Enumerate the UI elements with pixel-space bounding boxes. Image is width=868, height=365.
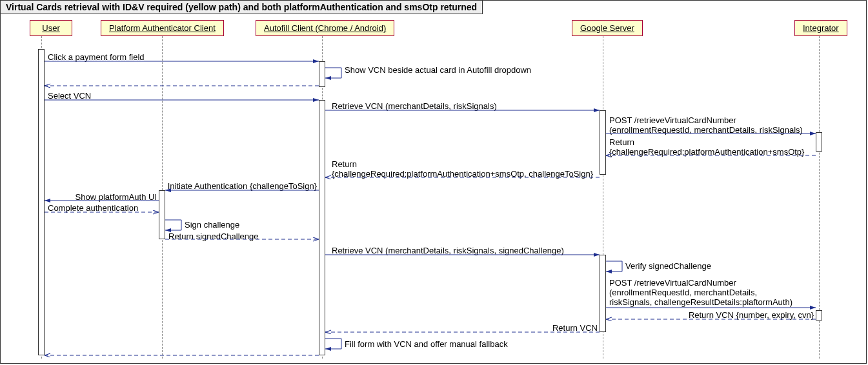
- actor-user: User: [30, 20, 72, 36]
- actor-pac: Platform Authenticator Client: [101, 20, 224, 36]
- msg-initiate-auth: Initiate Authentication {challengeToSign…: [167, 181, 317, 191]
- msg-return-challenge-int-b: {challengeRequired:platformAuthenticatio…: [609, 147, 804, 157]
- msg-post-retrieve-2b: (enrollmentRequestId, merchantDetails,: [609, 288, 757, 297]
- activation-autofill-1: [319, 61, 325, 87]
- actor-google: Google Server: [572, 20, 643, 36]
- activation-google-2: [600, 255, 606, 332]
- msg-return-challenge-int-a: Return: [609, 137, 634, 147]
- msg-retrieve-vcn-1: Retrieve VCN (merchantDetails, riskSigna…: [332, 101, 497, 111]
- activation-integrator-2: [816, 310, 822, 321]
- msg-post-retrieve-1b: (enrollmentRequestId, merchantDetails, r…: [609, 125, 803, 135]
- msg-verify-signed: Verify signedChallenge: [625, 261, 711, 271]
- actor-integrator: Integrator: [794, 20, 847, 36]
- actor-autofill: Autofill Client (Chrome / Android): [256, 20, 394, 36]
- msg-post-retrieve-1a: POST /retrieveVirtualCardNumber: [609, 115, 736, 125]
- sequence-diagram-frame: Virtual Cards retrieval with ID&V requir…: [0, 0, 867, 364]
- msg-sign-challenge: Sign challenge: [185, 220, 239, 230]
- msg-return-signed: Return signedChallenge: [168, 232, 258, 241]
- activation-user: [38, 49, 45, 355]
- msg-return-challenge-goog-b: {challengeRequired:platformAuthenticatio…: [332, 169, 593, 179]
- msg-return-challenge-goog-a: Return: [332, 159, 357, 169]
- diagram-title: Virtual Cards retrieval with ID&V requir…: [1, 1, 483, 14]
- msg-show-vcn-dropdown: Show VCN beside actual card in Autofill …: [345, 65, 531, 75]
- activation-pac: [159, 190, 165, 239]
- msg-fill-form: Fill form with VCN and offer manual fall…: [345, 339, 508, 349]
- msg-retrieve-vcn-2: Retrieve VCN (merchantDetails, riskSigna…: [332, 246, 564, 255]
- msg-return-vcn-goog: Return VCN: [530, 323, 598, 333]
- msg-post-retrieve-2a: POST /retrieveVirtualCardNumber: [609, 278, 736, 288]
- msg-click-field: Click a payment form field: [48, 52, 145, 62]
- msg-return-vcn-int: Return VCN {number, expiry, cvn}: [672, 310, 814, 320]
- activation-autofill-2: [319, 100, 325, 355]
- msg-post-retrieve-2c: riskSignals, challengeResultDetails:plaf…: [609, 297, 792, 307]
- activation-google-1: [600, 110, 606, 175]
- msg-show-platform-ui: Show platformAuth UI: [46, 192, 157, 202]
- msg-select-vcn: Select VCN: [48, 91, 91, 101]
- msg-complete-auth: Complete authentication: [48, 203, 138, 213]
- activation-integrator-1: [816, 132, 822, 152]
